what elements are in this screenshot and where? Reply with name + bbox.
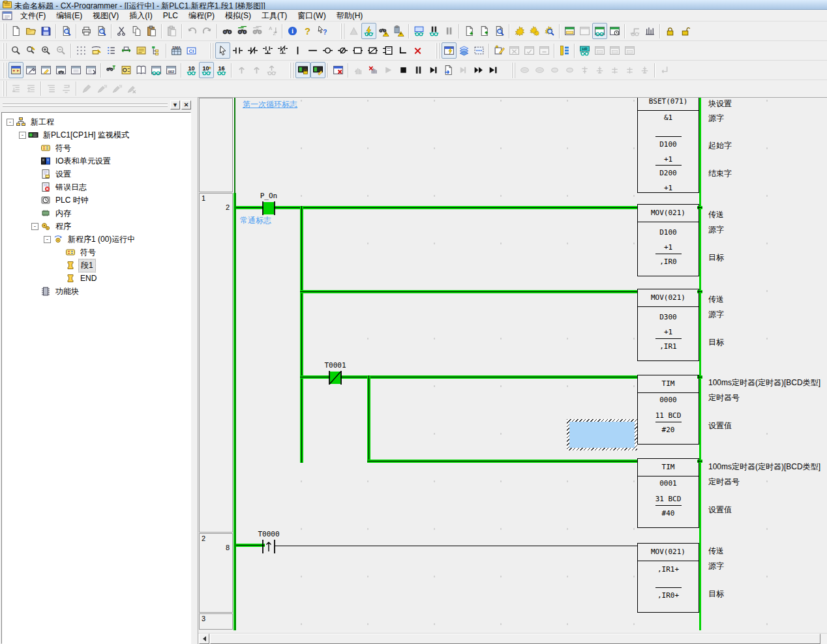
horizontal-scrollbar[interactable] bbox=[198, 633, 827, 644]
menu-item-simulation[interactable]: 模拟(S) bbox=[220, 10, 256, 21]
step-into-button[interactable] bbox=[441, 62, 456, 78]
monitor-window-button[interactable] bbox=[592, 23, 607, 39]
toggle-grid-button[interactable] bbox=[74, 42, 89, 59]
show-rung-annotation-button[interactable] bbox=[134, 42, 149, 59]
tree-item-plc[interactable]: -新PLC1[CP1H] 监视模式 bbox=[2, 128, 190, 141]
cancel-transfer-button[interactable] bbox=[331, 62, 346, 78]
show-comment-list-button[interactable] bbox=[104, 42, 119, 59]
compile-button[interactable] bbox=[512, 23, 527, 39]
new-or-closed-contact-button[interactable] bbox=[275, 42, 290, 59]
context-help-button[interactable]: ? bbox=[315, 23, 330, 39]
bset-block[interactable]: BSET(071)&1D100+1D200+1 bbox=[637, 97, 699, 193]
new-closed-coil-button[interactable] bbox=[335, 42, 350, 59]
continuous-step-button[interactable] bbox=[471, 62, 486, 78]
find-button[interactable] bbox=[220, 23, 235, 39]
open-file-button[interactable] bbox=[23, 23, 38, 39]
address-reference-tool-button[interactable] bbox=[557, 42, 572, 59]
about-button[interactable]: i bbox=[285, 23, 300, 39]
online-edit-button[interactable] bbox=[542, 23, 557, 39]
decimal-monitor-button[interactable]: 10 bbox=[184, 62, 199, 78]
new-file-button[interactable] bbox=[8, 23, 23, 39]
io-table-window-button[interactable] bbox=[562, 23, 577, 39]
mnemonic-window-button[interactable] bbox=[23, 62, 38, 78]
menu-item-window[interactable]: 窗口(W) bbox=[292, 10, 331, 21]
workspace-header[interactable]: ▼ ✕ bbox=[1, 99, 191, 111]
transfer-to-plc-button[interactable] bbox=[477, 23, 492, 39]
mov3-block[interactable]: MOV(021),IR1+,IR0+ bbox=[637, 543, 699, 613]
operating-mode-button[interactable] bbox=[310, 62, 325, 78]
child-window-icon[interactable] bbox=[2, 11, 12, 20]
tree-expander-icon[interactable]: - bbox=[18, 131, 27, 139]
close-icon[interactable]: ✕ bbox=[181, 100, 191, 110]
tree-item-error-log[interactable]: 错误日志 bbox=[2, 181, 190, 194]
new-or-contact-button[interactable] bbox=[260, 42, 275, 59]
toolbar-grip[interactable] bbox=[209, 43, 214, 59]
tree-item-io-table[interactable]: IO表和单元设置 bbox=[2, 154, 190, 168]
pause-scan-button[interactable] bbox=[411, 62, 426, 78]
toolbar-grip[interactable] bbox=[3, 43, 7, 59]
tim1-block[interactable]: TIM000011 BCD#20 bbox=[637, 375, 699, 445]
stop-simulation-button[interactable] bbox=[366, 62, 381, 78]
zoom-custom-button[interactable] bbox=[23, 42, 38, 59]
toolbar-grip[interactable] bbox=[511, 63, 516, 78]
release-password-button[interactable] bbox=[678, 23, 693, 39]
new-coil-button[interactable] bbox=[320, 42, 335, 59]
function-block-invoke-button[interactable] bbox=[380, 42, 395, 59]
output-window-button[interactable]: 002 bbox=[164, 62, 179, 78]
set-password-button[interactable] bbox=[663, 23, 678, 39]
toolbar-grip[interactable] bbox=[3, 81, 7, 96]
menu-item-file[interactable]: 文件(F) bbox=[15, 10, 51, 21]
tree-item-symbols-local[interactable]: 符号 bbox=[2, 246, 190, 259]
cycle-time-window-button[interactable] bbox=[53, 62, 68, 78]
toolbar-grip[interactable] bbox=[290, 63, 294, 78]
menu-item-insert[interactable]: 插入(I) bbox=[124, 10, 157, 21]
line-connect-button[interactable] bbox=[395, 42, 410, 59]
hr-monitor-button[interactable]: HR bbox=[577, 42, 592, 59]
save-button[interactable] bbox=[38, 23, 53, 39]
menu-item-program[interactable]: 编程(P) bbox=[183, 10, 220, 21]
zoom-tool-button[interactable] bbox=[8, 42, 23, 59]
compile-all-button[interactable] bbox=[527, 23, 542, 39]
simulator-online-button[interactable] bbox=[442, 42, 457, 59]
chevron-down-icon[interactable]: ▼ bbox=[170, 100, 180, 110]
tree-item-function-blocks[interactable]: 功能块 bbox=[2, 285, 190, 298]
signed-decimal-monitor-button[interactable]: 10± bbox=[199, 62, 214, 78]
copy-button[interactable] bbox=[129, 23, 144, 39]
edit-breakpoint-button[interactable] bbox=[492, 42, 507, 59]
symbol-window-button[interactable] bbox=[38, 62, 53, 78]
io-comment-width-button[interactable] bbox=[119, 42, 134, 59]
rung-margin-0[interactable] bbox=[199, 98, 233, 192]
scan-run-button[interactable] bbox=[486, 62, 501, 78]
transfer-warning-button[interactable] bbox=[391, 23, 406, 39]
tree-item-project-root[interactable]: -新工程 bbox=[2, 115, 190, 128]
tree-item-section1[interactable]: 段1 bbox=[2, 259, 190, 272]
contact-p-on[interactable] bbox=[262, 201, 276, 216]
time-chart-window-button[interactable] bbox=[607, 23, 622, 39]
watch-window-button[interactable] bbox=[149, 62, 164, 78]
menu-item-plc[interactable]: PLC bbox=[158, 10, 183, 21]
toolbar-grip[interactable] bbox=[340, 23, 345, 39]
local-symbols-button[interactable] bbox=[119, 62, 134, 78]
cut-button[interactable] bbox=[114, 23, 129, 39]
zoom-in-button[interactable] bbox=[38, 42, 53, 59]
menu-item-view[interactable]: 视图(V) bbox=[87, 10, 124, 21]
tim2-block[interactable]: TIM000131 BCD#40 bbox=[637, 458, 699, 528]
plc-online-button[interactable] bbox=[295, 62, 310, 78]
tree-item-settings[interactable]: 设置 bbox=[2, 168, 190, 181]
cross-reference-button[interactable] bbox=[104, 62, 119, 78]
tree-expander-icon[interactable]: - bbox=[31, 222, 39, 231]
tree-item-memory[interactable]: 内存 bbox=[2, 207, 190, 220]
ladder-window-button[interactable] bbox=[8, 62, 23, 78]
hex-monitor-button[interactable]: 16 bbox=[214, 62, 229, 78]
contact-t0000[interactable] bbox=[262, 539, 276, 554]
help-topics-button[interactable]: ? bbox=[300, 23, 315, 39]
tree-item-end-section[interactable]: END bbox=[2, 272, 190, 285]
data-trace-button[interactable] bbox=[642, 23, 657, 39]
program-check-button[interactable] bbox=[462, 23, 477, 39]
section-list-window-button[interactable] bbox=[68, 62, 83, 78]
scan-stack-button[interactable] bbox=[457, 42, 472, 59]
work-online-simulator-button[interactable] bbox=[361, 23, 376, 39]
mov2-block[interactable]: MOV(021)D300+1,IR1 bbox=[637, 289, 699, 361]
rung-comment-button[interactable] bbox=[89, 42, 104, 59]
tree-expander-icon[interactable]: - bbox=[6, 118, 14, 126]
